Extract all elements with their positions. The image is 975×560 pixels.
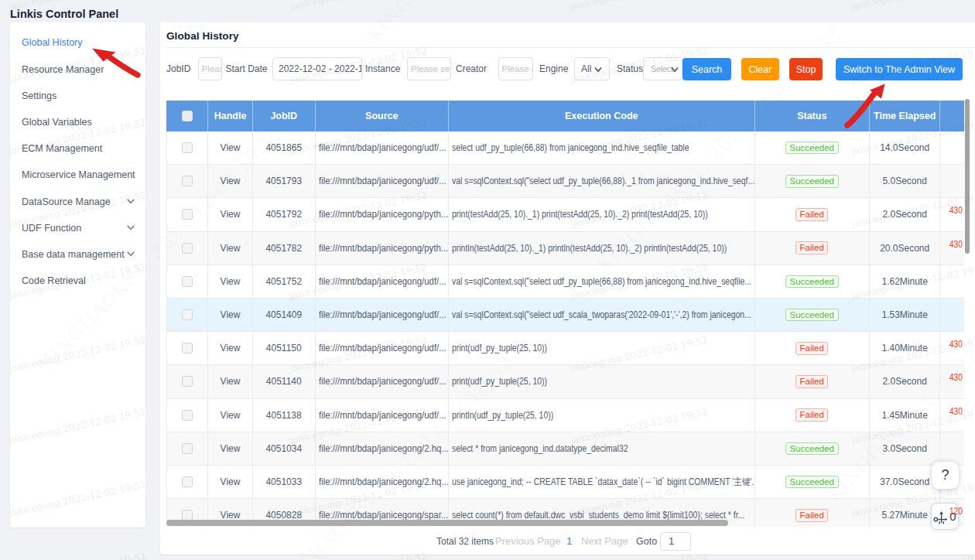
column-header-label: Execution Code: [565, 111, 638, 121]
table-cell: 4051409: [253, 299, 316, 331]
view-link[interactable]: View: [221, 276, 241, 287]
help-button[interactable]: ?: [932, 462, 959, 489]
stop-button[interactable]: Stop: [789, 58, 823, 80]
row-checkbox[interactable]: [182, 176, 193, 186]
row-checkbox[interactable]: [182, 142, 193, 153]
sidebar-item-label: ECM Management: [22, 143, 102, 154]
sidebar-item-ecm-management[interactable]: ECM Management: [22, 135, 139, 162]
row-checkbox[interactable]: [182, 309, 193, 320]
sidebar-item-udf-function[interactable]: UDF Function: [22, 215, 139, 241]
view-link[interactable]: View: [221, 176, 241, 186]
row-checkbox[interactable]: [182, 276, 193, 287]
creator-input[interactable]: Please s: [498, 57, 534, 80]
table-cell: View: [208, 399, 253, 432]
date-range-input[interactable]: 2022-12-02 - 2022-1: [272, 57, 362, 80]
previous-page-button[interactable]: Previous Page: [495, 532, 561, 551]
table-cell: file:///mnt/bdap/janicegong/2.hq...: [316, 432, 450, 465]
view-link[interactable]: View: [221, 476, 241, 487]
execution-code-cell: print(testAdd(25, 10)._1) print(testAdd(…: [452, 209, 708, 220]
view-link[interactable]: View: [221, 376, 241, 387]
table-cell: 43032: [940, 365, 963, 398]
table-cell: View: [208, 299, 253, 331]
table-cell: [166, 198, 208, 230]
sidebar-item-base-data-management[interactable]: Base data management: [22, 241, 139, 268]
sidebar-item-microservice-management[interactable]: Microservice Management: [22, 162, 139, 188]
status-badge: Succeeded: [785, 476, 839, 489]
jobid-cell: 4051138: [266, 410, 302, 421]
table-cell: file:///mnt/bdap/janicegong/udf/...: [316, 299, 450, 331]
table-row: View4051409file:///mnt/bdap/janicegong/u…: [166, 299, 964, 332]
select-all-checkbox[interactable]: [182, 111, 193, 121]
jobid-cell: 4051865: [265, 142, 302, 153]
page-title: Global History: [166, 30, 239, 42]
horizontal-scrollbar[interactable]: [166, 520, 728, 526]
engine-select[interactable]: All: [574, 57, 610, 80]
table-cell: 4051792: [253, 198, 316, 230]
view-link[interactable]: View: [221, 343, 241, 353]
vertical-scrollbar[interactable]: [965, 99, 970, 254]
view-link[interactable]: View: [221, 209, 241, 220]
view-link[interactable]: View: [221, 142, 241, 153]
status-select[interactable]: Select: [643, 57, 682, 80]
chevron-down-icon: [671, 67, 679, 73]
table-cell: val s=sqlContext.sql("select udf_py_tupl…: [449, 165, 755, 197]
table-row: View4051138file:///mnt/bdap/janicegong/u…: [166, 399, 964, 432]
jobid-cell: 4051150: [266, 343, 302, 353]
sidebar-item-datasource-manage[interactable]: DataSource Manage: [22, 189, 139, 215]
chevron-down-icon: [127, 224, 135, 231]
sidebar-item-code-retrieval[interactable]: Code Retrieval: [22, 268, 139, 294]
table-row: View4051865file:///mnt/bdap/janicegong/u…: [166, 131, 964, 165]
execution-code-cell: print(udf_py_tuple(25, 10)): [452, 376, 547, 387]
row-checkbox[interactable]: [182, 410, 193, 421]
view-link[interactable]: View: [221, 443, 241, 454]
status-badge: Failed: [795, 408, 828, 422]
table-cell: View: [208, 165, 253, 197]
table-cell: Failed: [755, 399, 871, 432]
sidebar-item-global-variables[interactable]: Global Variables: [22, 109, 139, 135]
source-cell: file:///mnt/bdap/janicegong/udf/...: [319, 343, 446, 353]
table-cell: file:///mnt/bdap/janicegong/udf/...: [316, 265, 450, 298]
sidebar-item-settings[interactable]: Settings: [22, 83, 139, 109]
error-code-cell: 43032: [949, 339, 963, 350]
table-cell: [940, 131, 963, 164]
table-cell: use janicegong_ind; -- CREATE TABLE `dat…: [449, 466, 755, 498]
table-cell: Succeeded: [755, 265, 871, 298]
table-cell: file:///mnt/bdap/janicegong/udf/...: [316, 399, 450, 432]
row-checkbox[interactable]: [182, 343, 193, 353]
row-checkbox[interactable]: [182, 376, 193, 387]
goto-page-input[interactable]: 1: [660, 532, 691, 551]
table-cell: 37.0Second: [870, 466, 940, 498]
view-link[interactable]: View: [221, 309, 241, 320]
table-cell: View: [208, 232, 253, 265]
row-checkbox[interactable]: [182, 209, 193, 220]
table-row: View4051752file:///mnt/bdap/janicegong/u…: [166, 265, 964, 299]
status-placeholder: Select: [651, 64, 673, 73]
source-cell: file:///mnt/bdap/janicegong/udf/...: [319, 410, 446, 421]
clear-button[interactable]: Clear: [741, 58, 779, 80]
goto-label: Goto: [636, 532, 657, 551]
row-checkbox[interactable]: [182, 443, 193, 454]
search-button[interactable]: Search: [682, 58, 731, 80]
select-all-checkbox-cell[interactable]: [166, 101, 208, 131]
switch-admin-view-button[interactable]: Switch to The Admin View: [836, 58, 963, 80]
table-cell: [940, 432, 963, 465]
sidebar-item-global-history[interactable]: Global History: [22, 29, 139, 56]
view-link[interactable]: View: [221, 243, 241, 254]
table-cell: file:///mnt/bdap/janicegong/pyth...: [316, 232, 450, 265]
table-cell: select udf_py_tuple(66,88) from janicego…: [449, 131, 755, 164]
date-range-value: 2022-12-02 - 2022-1: [279, 63, 362, 74]
table-cell: 4051150: [253, 332, 316, 364]
view-link[interactable]: View: [221, 410, 241, 421]
page-number-1[interactable]: 1: [566, 532, 572, 551]
status-badge: Succeeded: [785, 175, 839, 188]
next-page-button[interactable]: Next Page: [581, 532, 628, 551]
table-cell: [166, 165, 208, 197]
table-cell: 1.62Minute: [870, 265, 940, 298]
jobid-input[interactable]: Pleas: [198, 57, 222, 80]
chevron-down-icon: [594, 67, 602, 73]
table-cell: 1.53Minute: [870, 299, 940, 331]
row-checkbox[interactable]: [182, 476, 193, 487]
instance-input[interactable]: Please sea: [407, 57, 451, 80]
sidebar-item-resource-manager[interactable]: Resource Manager: [22, 56, 139, 83]
row-checkbox[interactable]: [182, 243, 193, 254]
